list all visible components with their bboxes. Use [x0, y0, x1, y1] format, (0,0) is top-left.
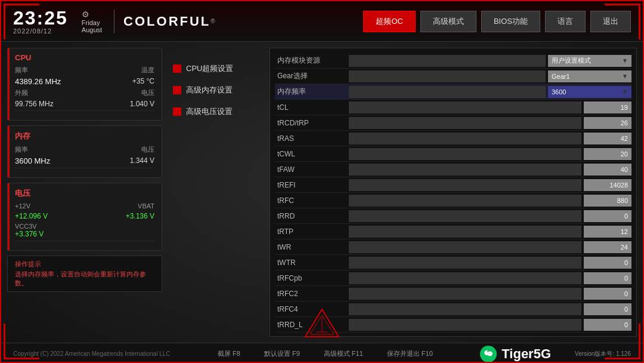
param-bar-5 — [349, 133, 581, 144]
param-name-11: tRTP — [275, 227, 346, 236]
param-bar-12 — [349, 241, 581, 253]
param-name-9: tRFC — [275, 196, 346, 205]
param-value-5: 42 — [584, 133, 631, 144]
wave-line3 — [15, 241, 154, 245]
param-row-11[interactable]: tRTP 12 — [275, 224, 631, 239]
cpu-volt-label: 电压 — [141, 88, 154, 97]
menu-indicator-1 — [173, 86, 181, 94]
nav-btn-0[interactable]: 超频OC — [363, 11, 416, 32]
tiger-logo: Tiger5G — [480, 346, 551, 362]
param-row-13[interactable]: tWTR 0 — [275, 255, 631, 270]
v12-row: +12V VBAT — [15, 202, 154, 210]
cpu-title: CPU — [15, 53, 154, 62]
month-name: August — [82, 26, 102, 33]
param-value-10: 0 — [584, 210, 631, 222]
v12-label: +12V — [15, 202, 30, 210]
brand-divider — [114, 10, 114, 33]
param-bar-15 — [349, 288, 581, 300]
param-bar-17 — [349, 319, 581, 331]
v12-value: +12.096 V — [15, 212, 48, 220]
vbat-label: VBAT — [138, 202, 154, 210]
param-name-2: 内存频率 — [275, 87, 346, 97]
param-row-12[interactable]: tWR 24 — [275, 239, 631, 255]
nav-btn-2[interactable]: BIOS功能 — [481, 11, 540, 32]
left-panel: CPU 频率 温度 4389.26 MHz +35 °C 外频 电压 99.75… — [7, 48, 162, 337]
param-value-14: 0 — [584, 272, 631, 284]
menu-item-0[interactable]: CPU超频设置 — [168, 60, 264, 78]
param-row-7[interactable]: tFAW 40 — [275, 162, 631, 177]
nav-btn-1[interactable]: 高级模式 — [420, 11, 476, 32]
param-value-7: 40 — [584, 164, 631, 176]
param-value-1[interactable]: Gear1 ▼ — [548, 70, 631, 82]
cpu-freq-row: 频率 温度 — [15, 66, 154, 75]
param-bar-0 — [349, 55, 546, 67]
param-bar-8 — [349, 179, 581, 191]
menu-indicator-0 — [173, 64, 181, 73]
corner-tl — [4, 4, 39, 39]
dropdown-arrow-2: ▼ — [622, 88, 628, 95]
param-bar-14 — [349, 272, 581, 284]
mem-freq-label: 频率 — [15, 145, 28, 154]
param-name-15: tRFC2 — [275, 290, 346, 298]
tips-title: 操作提示 — [15, 260, 154, 269]
param-value-2[interactable]: 3600 ▼ — [548, 86, 631, 98]
menu-label-2: 高级电压设置 — [186, 106, 233, 117]
shortcut-3: 保存并退出 F10 — [387, 349, 433, 358]
param-name-3: tCL — [275, 103, 346, 112]
cpu-freq-value: 4389.26 MHz — [15, 77, 61, 86]
header-nav: 超频OC高级模式BIOS功能语言退出 — [363, 11, 631, 32]
corner-bl — [4, 324, 39, 359]
param-row-1[interactable]: Gear选择 Gear1 ▼ — [275, 69, 631, 84]
menu-item-2[interactable]: 高级电压设置 — [168, 103, 264, 121]
wave-line2 — [15, 168, 154, 173]
param-row-6[interactable]: tCWL 20 — [275, 146, 631, 162]
wave-line — [15, 110, 154, 115]
param-bar-3 — [349, 101, 581, 113]
param-name-14: tRFCpb — [275, 274, 346, 282]
param-row-10[interactable]: tRRD 0 — [275, 208, 631, 224]
param-row-5[interactable]: tRAS 42 — [275, 131, 631, 146]
param-value-17: 0 — [584, 319, 631, 331]
param-name-5: tRAS — [275, 134, 346, 143]
param-name-6: tCWL — [275, 150, 346, 158]
param-name-10: tRRD — [275, 212, 346, 220]
menu-label-0: CPU超频设置 — [186, 63, 233, 74]
vcc-label: VCC3V — [15, 223, 154, 230]
param-name-4: tRCD/tRP — [275, 119, 346, 127]
param-row-9[interactable]: tRFC 880 — [275, 193, 631, 208]
param-name-13: tWTR — [275, 259, 346, 267]
param-row-0[interactable]: 内存模块资源 用户设置模式 ▼ — [275, 53, 631, 69]
cpu-ext-row: 外频 电压 — [15, 88, 154, 97]
param-bar-9 — [349, 195, 581, 207]
param-value-0[interactable]: 用户设置模式 ▼ — [548, 55, 631, 67]
param-row-8[interactable]: tREFI 14028 — [275, 177, 631, 193]
param-row-14[interactable]: tRFCpb 0 — [275, 270, 631, 286]
param-row-4[interactable]: tRCD/tRP 26 — [275, 115, 631, 131]
voltage-card: 电压 +12V VBAT +12.096 V +3.136 V VCC3V +3… — [7, 183, 162, 251]
param-name-0: 内存模块资源 — [275, 56, 346, 66]
wechat-icon — [480, 346, 497, 362]
middle-panel: CPU超频设置 高级内存设置 高级电压设置 — [168, 48, 264, 337]
param-bar-1 — [349, 70, 546, 82]
brand-tm: ® — [210, 18, 215, 24]
brand-name: COLORFUL — [123, 14, 210, 29]
param-row-2[interactable]: 内存频率 3600 ▼ — [275, 84, 631, 100]
dropdown-arrow-0: ▼ — [622, 57, 628, 64]
cpu-ext-value: 99.756 MHz — [15, 100, 54, 108]
cpu-ext-val-row: 99.756 MHz 1.040 V — [15, 100, 154, 108]
bottom-bar: Copyright (C) 2022 American Megatrends I… — [1, 343, 643, 363]
menu-item-1[interactable]: 高级内存设置 — [168, 81, 264, 99]
nav-btn-3[interactable]: 语言 — [545, 11, 586, 32]
param-value-8: 14028 — [584, 179, 631, 191]
day-section: ⚙ Friday August — [82, 10, 102, 33]
param-row-15[interactable]: tRFC2 0 — [275, 286, 631, 302]
v12-val-row: +12.096 V +3.136 V — [15, 212, 154, 220]
param-row-3[interactable]: tCL 19 — [275, 100, 631, 115]
param-name-8: tREFI — [275, 181, 346, 189]
corner-tr — [605, 4, 640, 39]
settings-icon: ⚙ — [82, 10, 100, 19]
param-value-6: 20 — [584, 148, 631, 160]
tips-card: 操作提示 选择内存频率，设置自动则会重新计算内存参数。 — [7, 256, 162, 292]
right-panel[interactable]: 内存模块资源 用户设置模式 ▼ Gear选择 Gear1 ▼ 内存频率 3600… — [270, 48, 637, 337]
mem-volt-value: 1.344 V — [130, 156, 154, 165]
